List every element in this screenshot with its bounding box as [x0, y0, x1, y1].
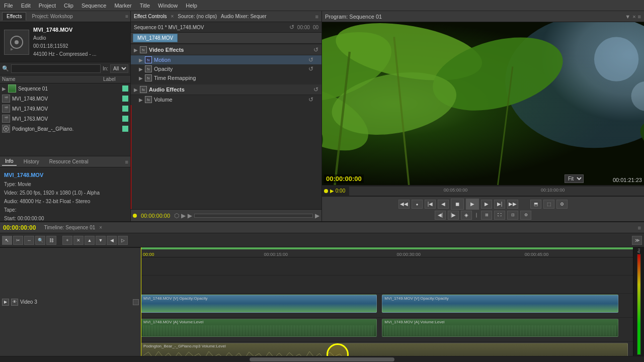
- tab-effects[interactable]: Effects: [2, 12, 26, 21]
- fit-btn[interactable]: ⬡: [174, 212, 179, 219]
- tl-btn-zoom[interactable]: 🔍: [35, 236, 45, 245]
- add-marker-btn[interactable]: ◈: [461, 211, 472, 220]
- menu-title[interactable]: Title: [140, 3, 150, 9]
- fit-select[interactable]: Fit: [565, 174, 584, 183]
- tl-btn-next[interactable]: ▷: [118, 236, 128, 245]
- tl-btn-slip[interactable]: ↔: [24, 236, 34, 245]
- zoom-in-btn[interactable]: ▶: [181, 212, 186, 219]
- audio-effects-header[interactable]: ▶ fx Audio Effects ↺: [131, 84, 321, 95]
- export-frame-btn[interactable]: ⬒: [530, 200, 541, 209]
- effect-controls-close[interactable]: ×: [171, 14, 174, 19]
- middle-panel-menu[interactable]: ≡: [315, 14, 318, 20]
- tl-btn-link[interactable]: ⛓: [46, 236, 56, 245]
- menu-marker[interactable]: Marker: [114, 3, 131, 9]
- list-item[interactable]: 🎬 MVI_1763.MOV: [0, 114, 130, 124]
- trim-btn[interactable]: ⬚: [543, 200, 554, 209]
- menu-clip[interactable]: Clip: [64, 3, 73, 9]
- tab-info[interactable]: Info: [2, 157, 17, 166]
- tl-btn-settings[interactable]: ≫: [632, 236, 642, 245]
- volume-effect-row[interactable]: ▶ fx Volume ↺: [131, 95, 321, 104]
- tl-btn-add-track[interactable]: +: [62, 236, 72, 245]
- audio-mixer-tab[interactable]: Audio Mixer: Sequer: [221, 14, 267, 19]
- scroll-track[interactable]: [194, 214, 313, 218]
- settings2-btn[interactable]: ⚙: [520, 211, 531, 220]
- tl-btn-prev[interactable]: ◀: [107, 236, 117, 245]
- list-item[interactable]: 🎬 MVI_1749.MOV: [0, 104, 130, 114]
- mark-out-btn[interactable]: |▶: [448, 211, 459, 220]
- settings-btn[interactable]: ⚙: [556, 200, 568, 209]
- monitor-close[interactable]: ×: [632, 14, 635, 20]
- tl-btn-delete[interactable]: ✕: [73, 236, 84, 245]
- timeline-menu[interactable]: ≡: [638, 225, 641, 231]
- tl-btn-extract[interactable]: ▼: [96, 236, 106, 245]
- list-item[interactable]: 🎬 MVI_1748.MOV: [0, 94, 130, 104]
- tl-btn-razor[interactable]: ✂: [13, 236, 23, 245]
- video1-clip2[interactable]: MVI_1749.MOV [V] Opacity:Opacity: [382, 295, 618, 313]
- go-to-in-btn[interactable]: |◀: [425, 200, 436, 209]
- full-screen-btn[interactable]: ⛶: [494, 211, 505, 220]
- time-remapping-effect-row[interactable]: ▶ fx Time Remapping: [131, 73, 321, 82]
- tab-history[interactable]: History: [21, 158, 42, 165]
- audio-effects-reset[interactable]: ↺: [313, 86, 318, 93]
- audio1-clip2[interactable]: MVI_1749.MOV [A] Volume:Level: [382, 319, 618, 337]
- list-item[interactable]: Podington_Bear_-_GPiano.: [0, 124, 130, 134]
- motion-effect-row[interactable]: ▶ fx Motion ↺: [131, 55, 321, 64]
- track-v3-eye[interactable]: 👁: [11, 299, 18, 306]
- scrollbar-thumb[interactable]: [250, 357, 394, 361]
- main-layout: Effects Project: Workshop ≡ ▶ MVI_1748.M…: [0, 11, 644, 362]
- tl-btn-select[interactable]: ↖: [2, 236, 12, 245]
- scroll-right-btn[interactable]: ▶: [315, 212, 319, 219]
- menu-window[interactable]: Window: [158, 3, 178, 9]
- search-input[interactable]: [11, 64, 101, 73]
- opacity-toggle[interactable]: ▶: [139, 66, 143, 72]
- step-fwd-1f-btn[interactable]: ▶: [481, 200, 492, 209]
- stop-btn[interactable]: ◼: [451, 199, 464, 210]
- in-filter-select[interactable]: All: [110, 64, 128, 73]
- motion-reset-icon[interactable]: ↺: [308, 56, 313, 63]
- step-back-1f-btn[interactable]: ◀: [438, 200, 449, 209]
- play-btn[interactable]: ▶: [466, 199, 479, 210]
- video1-clip1[interactable]: MVI_1748.MOV [V] Opacity:Opacity: [141, 295, 377, 313]
- menu-sequence[interactable]: Sequence: [82, 3, 107, 9]
- tab-project[interactable]: Project: Workshop: [27, 12, 77, 21]
- menu-file[interactable]: File: [4, 3, 13, 9]
- video-effects-header[interactable]: ▶ fx Video Effects ↺: [131, 45, 321, 55]
- loop-btn[interactable]: ⬥: [412, 200, 423, 209]
- v3-lock[interactable]: [133, 299, 139, 305]
- motion-toggle[interactable]: ▶: [139, 57, 143, 63]
- track-v3-toggle[interactable]: ▶: [2, 299, 9, 306]
- timeline-tab-label[interactable]: Timeline: Sequence 01: [44, 225, 95, 230]
- monitor-ruler-bar[interactable]: 00:05:00:00 00:10:00:00: [349, 187, 644, 196]
- video-effects-reset[interactable]: ↺: [313, 46, 318, 53]
- go-to-out-btn[interactable]: ▶|: [494, 200, 505, 209]
- monitor-menu[interactable]: ≡: [638, 14, 641, 20]
- left-panel-menu[interactable]: ≡: [125, 14, 128, 19]
- effect-controls-tab[interactable]: Effect Controls: [134, 14, 167, 19]
- timeline-tab-close[interactable]: ×: [99, 225, 102, 230]
- audio2-clip1[interactable]: Podington_Bear_-_GPiano.mp3 Volume:Level: [141, 343, 628, 356]
- tab-resource-central[interactable]: Resource Central: [46, 158, 92, 165]
- volume-reset-icon[interactable]: ↺: [308, 96, 313, 103]
- source-tab[interactable]: Source: (no clips): [178, 14, 217, 19]
- multi-cam-btn[interactable]: ⊞: [481, 211, 492, 220]
- menu-help[interactable]: Help: [186, 3, 197, 9]
- mark-in-btn[interactable]: ◀|: [435, 211, 446, 220]
- opacity-effect-row[interactable]: ▶ fx Opacity ↺: [131, 64, 321, 73]
- menu-project[interactable]: Project: [39, 3, 56, 9]
- info-panel-menu[interactable]: ≡: [125, 159, 128, 165]
- scroll-left-btn[interactable]: ◀: [188, 212, 192, 219]
- step-back-btn[interactable]: ◀◀: [398, 200, 410, 209]
- reset-sequence-icon[interactable]: ↺: [289, 24, 294, 31]
- opacity-reset-icon[interactable]: ↺: [308, 65, 313, 72]
- jog-slider[interactable]: [476, 213, 477, 218]
- audio1-clip1[interactable]: MVI_1748.MOV [A] Volume:Level: [141, 319, 377, 337]
- menu-edit[interactable]: Edit: [21, 3, 31, 9]
- time-remapping-toggle[interactable]: ▶: [139, 75, 143, 81]
- safe-margins-btn[interactable]: ⊡: [507, 211, 518, 220]
- list-item[interactable]: ▶ Sequence 01: [0, 83, 130, 94]
- step-fwd-btn[interactable]: ▶▶: [507, 200, 518, 209]
- monitor-dropdown[interactable]: ▼: [625, 14, 630, 20]
- volume-toggle[interactable]: ▶: [139, 97, 143, 103]
- tl-btn-lift[interactable]: ▲: [85, 236, 95, 245]
- timeline-scrollbar[interactable]: [0, 356, 644, 362]
